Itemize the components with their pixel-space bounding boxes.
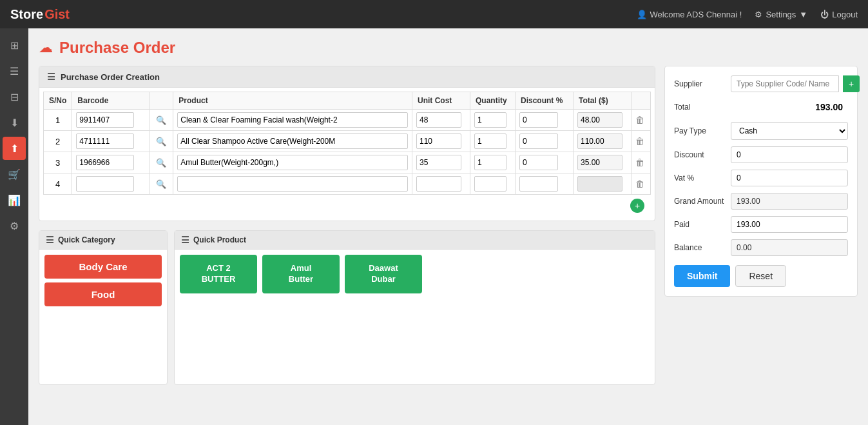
- cell-discount[interactable]: [516, 131, 574, 152]
- barcode-search-button[interactable]: 🔍: [153, 135, 169, 148]
- cell-delete[interactable]: 🗑: [632, 152, 651, 173]
- sidebar-item-menu[interactable]: ☰: [3, 59, 26, 83]
- add-row-button[interactable]: +: [630, 199, 644, 213]
- sidebar: ⊞ ☰ ⊟ ⬇ ⬆ 🛒 📊 ⚙: [0, 28, 28, 425]
- cell-product[interactable]: [173, 152, 412, 173]
- quantity-input[interactable]: [474, 155, 506, 170]
- barcode-search-button[interactable]: 🔍: [153, 157, 169, 169]
- order-table-card: ☰ Purchase Order Creation S/No Barcode: [39, 66, 655, 221]
- quantity-input[interactable]: [474, 176, 506, 192]
- discount-input[interactable]: [731, 146, 848, 163]
- barcode-search-button[interactable]: 🔍: [153, 178, 169, 190]
- paid-input[interactable]: [731, 216, 848, 233]
- cell-quantity[interactable]: [470, 131, 516, 152]
- unit-cost-input[interactable]: [416, 133, 461, 149]
- order-card-header: ☰ Purchase Order Creation: [39, 66, 655, 88]
- quantity-input[interactable]: [474, 112, 506, 128]
- cell-barcode[interactable]: [72, 110, 149, 131]
- cell-barcode-search[interactable]: 🔍: [149, 131, 173, 152]
- supplier-label: Supplier: [674, 79, 726, 88]
- cell-quantity[interactable]: [470, 152, 516, 173]
- cell-quantity[interactable]: [470, 173, 516, 195]
- sidebar-item-grid[interactable]: ⊟: [3, 85, 26, 108]
- cell-unit-cost[interactable]: [412, 173, 470, 195]
- supplier-input[interactable]: [731, 75, 839, 92]
- submit-button[interactable]: Submit: [674, 265, 730, 287]
- delete-row-button[interactable]: 🗑: [635, 136, 644, 146]
- product-button[interactable]: Amul Butter: [262, 255, 340, 293]
- discount-row-input[interactable]: [519, 155, 558, 170]
- right-panel: Supplier + Total 193.00 Pay Type CashCre…: [664, 66, 858, 297]
- cell-discount[interactable]: [516, 173, 574, 195]
- product-input[interactable]: [177, 133, 408, 149]
- vat-input[interactable]: [731, 170, 848, 186]
- sidebar-item-upload[interactable]: ⬆: [3, 137, 26, 160]
- table-row: 4 🔍 🗑: [44, 173, 651, 195]
- grand-amount-row: Grand Amount 193.00: [674, 193, 848, 210]
- quick-category-header: ☰ Quick Category: [39, 231, 167, 250]
- sidebar-item-download[interactable]: ⬇: [3, 111, 26, 134]
- barcode-input[interactable]: [76, 112, 134, 128]
- cell-barcode-search[interactable]: 🔍: [149, 110, 173, 131]
- order-table-wrapper: S/No Barcode Product Unit Cost Quantity …: [43, 92, 651, 195]
- cell-total: [574, 152, 632, 173]
- product-input[interactable]: [177, 176, 408, 192]
- category-button[interactable]: Food: [44, 282, 162, 306]
- barcode-input[interactable]: [76, 133, 134, 149]
- cell-delete[interactable]: 🗑: [632, 110, 651, 131]
- cell-barcode[interactable]: [72, 131, 149, 152]
- sidebar-item-dashboard[interactable]: ⊞: [3, 34, 26, 57]
- quantity-input[interactable]: [474, 133, 506, 149]
- unit-cost-input[interactable]: [416, 176, 461, 192]
- sidebar-item-reports[interactable]: 📊: [3, 188, 26, 212]
- product-button[interactable]: Daawat Dubar: [345, 255, 422, 293]
- col-sno: S/No: [44, 92, 72, 110]
- unit-cost-input[interactable]: [416, 155, 461, 170]
- barcode-input[interactable]: [76, 176, 134, 192]
- product-input[interactable]: [177, 112, 408, 128]
- unit-cost-input[interactable]: [416, 112, 461, 128]
- delete-row-button[interactable]: 🗑: [635, 157, 644, 168]
- total-row: Total 193.00: [674, 99, 848, 115]
- pay-type-select[interactable]: CashCreditCheque: [731, 122, 848, 140]
- discount-row-input[interactable]: [519, 176, 558, 192]
- cell-barcode-search[interactable]: 🔍: [149, 152, 173, 173]
- discount-row-input[interactable]: [519, 133, 558, 149]
- table-row: 3 🔍 🗑: [44, 152, 651, 173]
- supplier-row: Supplier +: [674, 75, 848, 92]
- page-title-area: ☁ Purchase Order: [39, 39, 858, 57]
- category-button[interactable]: Body Care: [44, 255, 162, 279]
- cell-discount[interactable]: [516, 110, 574, 131]
- welcome-text-item: 👤 Welcome ADS Chennai !: [637, 10, 742, 19]
- cell-product[interactable]: [173, 131, 412, 152]
- cell-barcode[interactable]: [72, 152, 149, 173]
- cell-delete[interactable]: 🗑: [632, 173, 651, 195]
- total-label: Total: [674, 103, 726, 112]
- cell-unit-cost[interactable]: [412, 152, 470, 173]
- barcode-input[interactable]: [76, 155, 134, 170]
- col-quantity: Quantity: [470, 92, 516, 110]
- cell-delete[interactable]: 🗑: [632, 131, 651, 152]
- discount-row-input[interactable]: [519, 112, 558, 128]
- product-input[interactable]: [177, 155, 408, 170]
- reset-button[interactable]: Reset: [735, 265, 786, 287]
- sidebar-item-cart[interactable]: 🛒: [3, 163, 26, 186]
- cell-discount[interactable]: [516, 152, 574, 173]
- product-button[interactable]: ACT 2 BUTTER: [180, 255, 257, 293]
- supplier-add-button[interactable]: +: [843, 75, 860, 92]
- cell-quantity[interactable]: [470, 110, 516, 131]
- cell-unit-cost[interactable]: [412, 131, 470, 152]
- cell-unit-cost[interactable]: [412, 110, 470, 131]
- cell-product[interactable]: [173, 110, 412, 131]
- total-row-value: [577, 133, 622, 149]
- sidebar-item-settings[interactable]: ⚙: [3, 214, 26, 237]
- cell-barcode-search[interactable]: 🔍: [149, 173, 173, 195]
- cell-barcode[interactable]: [72, 173, 149, 195]
- grand-amount-value: 193.00: [731, 193, 848, 210]
- logout-nav-item[interactable]: ⏻ Logout: [820, 10, 858, 19]
- delete-row-button[interactable]: 🗑: [635, 179, 644, 189]
- settings-nav-item[interactable]: ⚙ Settings ▼: [755, 10, 807, 19]
- delete-row-button[interactable]: 🗑: [635, 115, 644, 125]
- cell-product[interactable]: [173, 173, 412, 195]
- barcode-search-button[interactable]: 🔍: [153, 114, 169, 126]
